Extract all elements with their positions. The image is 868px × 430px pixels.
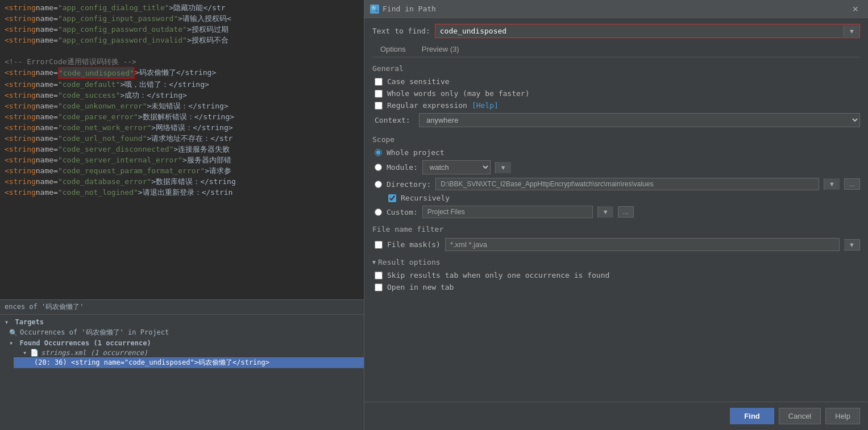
skip-results-row: Skip results tab when only one occurrenc… (372, 271, 860, 279)
file-mask-input[interactable] (445, 238, 840, 251)
module-radio[interactable] (375, 164, 382, 171)
dialog-content: Text to find: ▼ Options Preview (3) Gene… (364, 18, 868, 402)
val: "code_database_error" (58, 176, 151, 187)
code-area: <string name="app_config_dialog_title">隐… (0, 0, 364, 299)
code-line: <string name="app_config_password_outdat… (0, 24, 364, 35)
bottom-header-text: ences of '码农偷懒了' (5, 303, 84, 311)
collapse-icon: ▾ (5, 318, 9, 326)
val: "code_server_disconnected" (58, 144, 174, 155)
val: "code_server_internal_error" (58, 155, 182, 165)
find-text-input[interactable] (435, 24, 844, 37)
targets-section: ▾ Targets (0, 317, 364, 327)
tag: string (9, 133, 36, 144)
file-mask-label: File mask(s) (387, 240, 441, 249)
custom-dropdown-btn[interactable]: ▼ (597, 206, 613, 218)
file-icon: 📄 (30, 349, 39, 357)
cancel-button[interactable]: Cancel (779, 408, 821, 424)
file-mask-checkbox[interactable] (375, 241, 383, 249)
text: >请输入授权码< (178, 13, 231, 24)
general-label: General (372, 64, 860, 73)
tag: string (9, 144, 36, 155)
custom-input[interactable] (422, 206, 593, 218)
whole-words-checkbox[interactable] (375, 90, 383, 98)
val: "code_request_param_format_error" (58, 165, 205, 176)
find-button[interactable]: Find (730, 408, 774, 424)
file-item[interactable]: ▾ 📄 strings.xml (1 occurrence) (14, 348, 364, 357)
bracket: < (5, 35, 9, 45)
text: >数据解析错误：</string> (138, 111, 234, 122)
val: "code_url_not_found" (58, 133, 147, 144)
context-row: Context: anywhere (372, 113, 860, 127)
tabs-row: Options Preview (3) (372, 43, 860, 57)
occurrences-item[interactable]: 🔍 Occurrences of '码农偷懒了' in Project (0, 327, 364, 338)
find-icon: 🔍 (370, 5, 379, 14)
tag: string (9, 187, 36, 198)
bracket: < (5, 122, 9, 133)
bracket: < (5, 176, 9, 187)
result-line-text: (20: 36) <string name="code_undisposed">… (34, 358, 269, 368)
text: >授权码过期 (187, 24, 229, 35)
dialog-title-container: 🔍 Find in Path (370, 5, 436, 14)
file-mask-dropdown-btn[interactable]: ▼ (844, 239, 860, 251)
whole-words-row: Whole words only (may be faster) (372, 89, 860, 98)
val: "code_not_logined" (58, 187, 138, 198)
tag: string (9, 13, 36, 24)
found-label: Found Occurrences (1 occurrence) (19, 339, 151, 347)
file-filter-section: File name filter File mask(s) ▼ (372, 225, 860, 251)
help-link[interactable]: [Help] (472, 101, 499, 110)
code-line: <string name="code_net_work_error">网络错误：… (0, 122, 364, 133)
custom-label: Custom: (387, 208, 418, 216)
code-line: <string name="code_success">成功：</string> (0, 90, 364, 101)
custom-radio[interactable] (375, 208, 382, 216)
tab-options[interactable]: Options (372, 43, 414, 57)
code-line: <string name="code_not_logined">请退出重新登录：… (0, 187, 364, 198)
find-dropdown-button[interactable]: ▼ (844, 26, 859, 37)
directory-browse-btn[interactable]: ... (844, 178, 860, 190)
tab-preview[interactable]: Preview (3) (414, 43, 467, 57)
skip-results-checkbox[interactable] (375, 272, 383, 279)
custom-browse-btn[interactable]: ... (618, 206, 634, 218)
val: "code_unkonwn_error" (58, 101, 147, 111)
tag: string (9, 155, 36, 165)
result-line-item[interactable]: (20: 36) <string name="code_undisposed">… (14, 357, 364, 368)
code-line: <string name="code_server_internal_error… (0, 155, 364, 165)
recursively-label: Recursively (401, 194, 450, 202)
text: >服务器内部错 (182, 155, 231, 165)
regex-checkbox[interactable] (375, 102, 383, 110)
context-select[interactable]: anywhere (419, 113, 860, 127)
directory-dropdown-btn[interactable]: ▼ (824, 178, 840, 190)
attr: name= (36, 24, 58, 35)
file-label: strings.xml (1 occurrence) (41, 349, 148, 357)
dialog-titlebar: 🔍 Find in Path ✕ (364, 0, 868, 18)
directory-input[interactable] (435, 178, 819, 190)
text: >授权码不合 (187, 35, 229, 45)
code-line: <string name="app_config_input_password"… (0, 13, 364, 24)
help-button[interactable]: Help (825, 408, 860, 424)
case-sensitive-checkbox[interactable] (375, 78, 383, 86)
bracket: < (5, 67, 9, 79)
attr: name= (36, 133, 58, 144)
editor-panel: <string name="app_config_dialog_title">隐… (0, 0, 364, 430)
tag: string (9, 176, 36, 187)
module-select[interactable]: watch (422, 160, 491, 174)
code-line: <string name="code_unkonwn_error">未知错误：<… (0, 101, 364, 111)
whole-project-label: Whole project (387, 148, 445, 157)
open-new-tab-checkbox[interactable] (375, 283, 383, 291)
module-dropdown-btn[interactable]: ▼ (495, 162, 511, 173)
attr: name= (36, 176, 58, 187)
recursively-checkbox[interactable] (388, 194, 396, 202)
code-line: <string name="code_url_not_found">请求地址不存… (0, 133, 364, 144)
directory-radio[interactable] (375, 181, 382, 188)
case-sensitive-row: Case sensitive (372, 77, 860, 86)
result-options-title[interactable]: ▼ Result options (372, 258, 860, 266)
file-mask-row: File mask(s) ▼ (372, 238, 860, 251)
attr: name= (36, 13, 58, 24)
open-new-tab-label: Open in new tab (387, 283, 454, 291)
code-line: <string name="code_server_disconnected">… (0, 144, 364, 155)
attr: name= (36, 144, 58, 155)
val: "code_parse_error" (58, 111, 138, 122)
text: >成功：</string> (121, 90, 187, 101)
whole-project-radio[interactable] (375, 149, 382, 156)
tag: string (9, 90, 36, 101)
close-button[interactable]: ✕ (849, 3, 862, 15)
